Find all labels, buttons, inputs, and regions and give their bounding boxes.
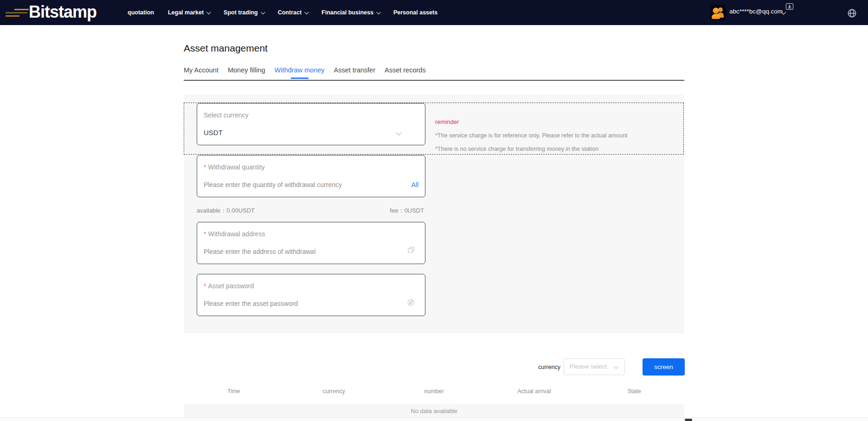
available-label: available： (197, 207, 226, 214)
globe-language-icon[interactable] (848, 9, 856, 18)
nav-item-financial-business[interactable]: Financial business (321, 9, 379, 16)
screen-button[interactable]: screen (643, 358, 685, 376)
withdrawal-quantity-placeholder: Please enter the quantity of withdrawal … (204, 181, 342, 188)
column-header-number: number (384, 388, 484, 395)
copy-icon[interactable] (407, 246, 415, 254)
select-currency-label: Select currency (204, 111, 248, 119)
required-mark: * (204, 230, 206, 238)
nav-item-contract[interactable]: Contract (278, 9, 308, 16)
tab-my-account[interactable]: My Account (184, 66, 219, 74)
horizontal-scrollbar (0, 417, 868, 421)
top-nav: Bitstamp quotation Legal market Spot tra… (0, 0, 868, 25)
user-email[interactable]: abc****bc@qq.com (729, 0, 783, 25)
nav-item-legal-market[interactable]: Legal market (168, 9, 210, 16)
table-empty-row: No data available (184, 404, 684, 418)
user-avatar[interactable] (710, 5, 726, 20)
tab-withdraw-money[interactable]: Withdraw money (275, 66, 325, 74)
tab-bar: My Account Money filling Withdraw money … (184, 66, 684, 81)
currency-filter-placeholder: Please select (570, 363, 607, 370)
chevron-down-icon (261, 10, 265, 14)
currency-filter-select[interactable]: Please select (564, 358, 625, 375)
column-header-actual-arrival: Actual arrival (484, 388, 584, 395)
required-mark: * (204, 282, 206, 290)
fee-label: fee： (390, 207, 404, 214)
download-icon[interactable] (786, 3, 793, 10)
select-currency-field[interactable]: Select currency USDT (197, 103, 425, 145)
nav-menu: quotation Legal market Spot trading Cont… (128, 0, 437, 25)
asset-password-field[interactable]: *Asset password Please enter the asset p… (197, 274, 425, 316)
chevron-down-icon (376, 10, 381, 14)
withdrawal-quantity-label: Withdrawal quantity (208, 163, 264, 171)
withdraw-form-panel: reminder *The service charge is for refe… (184, 94, 684, 333)
withdrawal-address-placeholder: Please enter the address of withdrawal (204, 248, 315, 255)
withdrawal-address-field[interactable]: *Withdrawal address Please enter the add… (197, 222, 425, 264)
chevron-down-icon (304, 10, 309, 14)
hamburger-menu-icon[interactable] (6, 8, 30, 18)
eye-off-icon[interactable] (407, 298, 415, 306)
currency-filter-label: currency (538, 364, 558, 370)
all-link[interactable]: All (411, 181, 418, 188)
available-fee-row: available：0.00USDT fee：0USDT (197, 207, 424, 215)
asset-password-placeholder: Please enter the asset password (204, 300, 298, 307)
reminder-line: *The service charge is for reference onl… (435, 132, 628, 139)
page-title: Asset management (184, 43, 268, 54)
available-value: 0.00USDT (226, 207, 255, 214)
brand-logo[interactable]: Bitstamp (29, 0, 96, 25)
empty-state-text: No data available (411, 408, 457, 415)
column-header-state: State (584, 388, 684, 395)
scrollbar-thumb[interactable] (685, 419, 692, 421)
tab-asset-transfer[interactable]: Asset transfer (334, 66, 375, 74)
withdrawal-address-label: Withdrawal address (208, 230, 265, 238)
reminder-title: reminder (435, 118, 628, 125)
nav-item-quotation[interactable]: quotation (128, 9, 154, 16)
column-header-time: Time (184, 388, 284, 395)
tab-asset-records[interactable]: Asset records (385, 66, 426, 74)
chevron-down-icon (613, 363, 618, 369)
select-currency-value: USDT (204, 129, 223, 136)
chevron-down-icon (396, 130, 402, 136)
withdrawal-quantity-field[interactable]: *Withdrawal quantity Please enter the qu… (197, 155, 425, 197)
records-table-header: Time currency number Actual arrival Stat… (184, 388, 684, 395)
column-header-currency: currency (284, 388, 384, 395)
tab-money-filling[interactable]: Money filling (228, 66, 265, 74)
reminder-block: reminder *The service charge is for refe… (435, 118, 628, 152)
required-mark: * (204, 163, 206, 171)
fee-value: 0USDT (404, 207, 424, 214)
reminder-line: *There is no service charge for transfer… (435, 146, 628, 152)
chevron-down-icon (206, 10, 211, 14)
asset-password-label: Asset password (208, 282, 254, 290)
nav-item-spot-trading[interactable]: Spot trading (224, 9, 264, 16)
nav-item-personal-assets[interactable]: Personal assets (393, 9, 437, 16)
